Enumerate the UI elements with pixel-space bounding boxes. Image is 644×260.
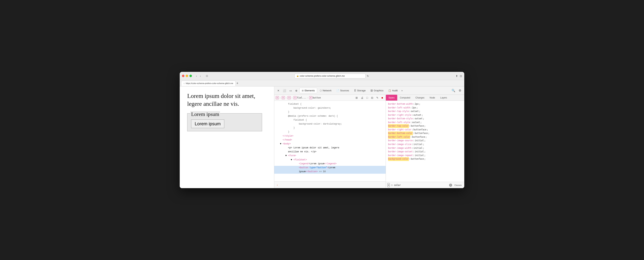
prop-name: border-right-color (388, 128, 412, 132)
prop-name-highlighted: border-bottom-color (388, 132, 413, 135)
breadcrumb-item-2[interactable]: E (282, 96, 285, 99)
breadcrumb-grid2-tool[interactable]: ⊟ (370, 96, 374, 100)
back-button[interactable]: ‹ (195, 74, 198, 78)
prop-value: buttonface (414, 128, 426, 132)
maximize-button[interactable] (190, 75, 192, 77)
breadcrumb-item-3[interactable]: E (288, 96, 290, 99)
prop-name: border-image-repeat (388, 154, 413, 157)
breadcrumb-label-5: button (313, 96, 321, 99)
prop-name: border-image-outset (388, 150, 413, 154)
network-tab-icon: ⬡ (320, 89, 322, 92)
console-prompt-icon: › (276, 183, 278, 186)
sources-tab-label: Sources (340, 89, 349, 92)
lock-icon: 🔒 (296, 75, 299, 77)
preview-button[interactable]: Lorem ipsum (191, 119, 224, 128)
style-prop-border-bottom-width: border-bottom-width : 2px ; (388, 102, 462, 106)
prop-name: border-image-source (388, 139, 413, 143)
preview-fieldset: Lorem ipsum Lorem ipsum (187, 113, 262, 131)
code-line: ▼ <body> (274, 142, 386, 146)
breadcrumb-item-1[interactable]: E (276, 96, 279, 99)
sidebar-toggle-button[interactable]: ⊡ (205, 74, 209, 78)
browser-tab[interactable]: c https://color-scheme-prefers-color-sch… (181, 81, 236, 86)
prop-value: outset (415, 117, 423, 121)
prop-value: buttonface (415, 132, 428, 135)
classes-button[interactable]: Classes (453, 184, 463, 187)
breadcrumb-arrow-2: › (286, 97, 286, 99)
breadcrumb-tools: ⊞ 🖨 □ ⊟ ✎ ■ (354, 96, 384, 100)
code-line-selected-1[interactable]: <button type="button">Lorem (274, 166, 386, 170)
devtools-toolbar: ✕ ⬜ ▭ ⊕ ⊞ Elements ⬡ Network 📄 Sources 🗄 (274, 86, 464, 95)
styles-tabs: Styles Computed Changes Node Layers (386, 95, 464, 101)
more-tabs-button[interactable]: » (400, 88, 404, 93)
dom-panel: E › E › E › E fiel... (274, 95, 386, 188)
tab-graphics[interactable]: 🖼 Graphics (368, 88, 386, 93)
right-buttons: ⬆ ⊡ (456, 74, 462, 77)
style-prop-border-image-repeat: border-image-repeat : initial ; (388, 154, 462, 157)
code-line: </style> (274, 134, 386, 138)
tab-node[interactable]: Node (427, 95, 438, 100)
breadcrumb-grid-tool[interactable]: ⊞ (354, 96, 359, 100)
tab-computed[interactable]: Computed (397, 95, 413, 100)
storage-tab-icon: 🗄 (354, 89, 356, 92)
network-tab-label: Network (322, 89, 332, 92)
storage-tab-label: Storage (357, 89, 366, 92)
reload-button[interactable]: ↻ (367, 74, 369, 78)
breadcrumb-item-4[interactable]: E fiel... (294, 96, 306, 99)
devtools-settings-button[interactable]: ⚙ (457, 88, 463, 93)
code-line: } (274, 126, 386, 130)
share-button[interactable]: ⬆ (456, 74, 458, 77)
new-tab-button[interactable]: + (236, 82, 238, 85)
prop-name-highlighted: border-left-color (388, 135, 410, 139)
breadcrumb-box-tool[interactable]: □ (365, 96, 369, 100)
style-prop-border-image-source: border-image-source : initial ; (388, 139, 462, 143)
tab-sources[interactable]: 📄 Sources (334, 88, 352, 93)
breadcrumb-label-4: fiel... (297, 96, 306, 99)
page-preview: Lorem ipsum dolor sit amet, legere ancil… (180, 86, 274, 188)
styles-filter-input[interactable] (394, 184, 448, 186)
tab-label: https://color-scheme-prefers-color-schem… (186, 82, 233, 84)
devtools-dock-right[interactable]: ▭ (288, 88, 293, 93)
filter-clear-button[interactable]: ✕ (449, 184, 452, 187)
close-button[interactable] (182, 75, 184, 77)
minimize-button[interactable] (186, 75, 188, 77)
devtools-close-button[interactable]: ✕ (276, 88, 281, 93)
tab-styles[interactable]: Styles (386, 95, 397, 100)
breadcrumb-element-box-2: E (282, 96, 285, 99)
code-line: ancillae ne vis. </p> (274, 150, 386, 154)
style-prop-border-top-style: border-top-style : outset ; (388, 109, 462, 113)
prop-value: 2px (412, 106, 416, 110)
breadcrumb-arrow-4: › (308, 97, 308, 99)
devtools-dock-bottom[interactable]: ⬜ (282, 88, 288, 93)
code-line-selected-2[interactable]: ipsum</button> == $0 (274, 170, 386, 174)
tab-audit[interactable]: 📋 Audit (386, 88, 400, 93)
address-bar[interactable]: 🔒 color-scheme-prefers-color-scheme.glit… (294, 74, 366, 78)
tab-elements[interactable]: ⊞ Elements (299, 88, 317, 93)
tab-changes[interactable]: Changes (413, 95, 427, 100)
html-code-view[interactable]: fieldset { background-color: gainsboro; … (274, 101, 386, 181)
tab-storage[interactable]: 🗄 Storage (352, 88, 368, 93)
breadcrumb-pen-tool[interactable]: ✎ (375, 96, 380, 100)
breadcrumb-bar: E › E › E › E fiel... (274, 95, 386, 101)
breadcrumb-print-tool[interactable]: 🖨 (360, 96, 364, 100)
elements-tab-label: Elements (304, 89, 315, 92)
code-line: <p> Lorem ipsum dolor sit amet, legere (274, 146, 386, 150)
devtools-search-button[interactable]: 🔍 (450, 88, 457, 93)
graphics-tab-icon: 🖼 (370, 89, 373, 92)
forward-button[interactable]: › (199, 74, 202, 78)
style-prop-border-top-color: border-top-color : buttonface ; (388, 124, 462, 128)
new-window-button[interactable]: ⊡ (460, 74, 462, 77)
tab-layers[interactable]: Layers (438, 95, 450, 100)
prop-name-highlighted: background-color (388, 157, 409, 161)
styles-properties: border-bottom-width : 2px ; border-left-… (386, 101, 464, 182)
tab-network[interactable]: ⬡ Network (318, 88, 334, 93)
console-input[interactable] (280, 184, 384, 186)
breadcrumb-item-5[interactable]: E button (309, 96, 321, 99)
address-bar-wrapper: 🔒 color-scheme-prefers-color-scheme.glit… (210, 74, 453, 78)
prop-name: border-bottom-width (388, 102, 413, 106)
prop-value: initial (415, 139, 424, 143)
breadcrumb-color-tool[interactable]: ■ (380, 96, 384, 100)
tab-bar: c https://color-scheme-prefers-color-sch… (180, 80, 464, 86)
add-style-button[interactable]: + (387, 183, 390, 187)
breadcrumb-arrow-1: › (280, 97, 281, 99)
devtools-select-element[interactable]: ⊕ (294, 88, 299, 93)
